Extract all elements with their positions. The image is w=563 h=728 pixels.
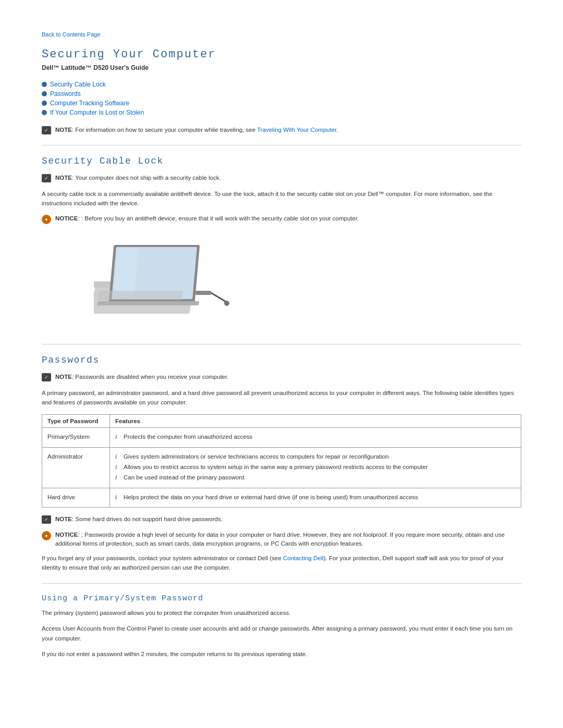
passwords-note2-text: NOTE: Some hard drives do not support ha… xyxy=(55,515,223,524)
laptop-image xyxy=(94,235,229,328)
feature-item: Helps protect the data on your hard driv… xyxy=(115,492,516,502)
back-to-contents-link[interactable]: Back to Contents Page xyxy=(42,31,521,38)
toc-item-security-cable[interactable]: Security Cable Lock xyxy=(42,81,521,88)
table-header-features: Features xyxy=(110,415,521,428)
page-title: Securing Your Computer xyxy=(42,48,521,61)
note-icon xyxy=(42,126,51,134)
password-type-harddrive: Hard drive xyxy=(42,488,110,507)
passwords-section: Passwords NOTE: Passwords are disabled w… xyxy=(42,355,521,573)
password-features-admin: Gives system administrators or service t… xyxy=(110,447,521,488)
password-features-harddrive: Helps protect the data on your hard driv… xyxy=(110,488,521,507)
passwords-note-label: NOTE xyxy=(55,374,72,380)
passwords-notice2-body: : Passwords provide a high level of secu… xyxy=(55,532,505,547)
passwords-note2-icon xyxy=(42,515,51,524)
security-cable-lock-heading: Security Cable Lock xyxy=(42,156,521,166)
password-type-admin: Administrator xyxy=(42,447,110,488)
table-header-type: Type of Password xyxy=(42,415,110,428)
security-notice-box: ● NOTICE: : Before you buy an antitheft … xyxy=(42,214,521,224)
svg-rect-9 xyxy=(98,291,183,300)
security-cable-body: A security cable lock is a commercially … xyxy=(42,189,521,208)
security-note-box: NOTE: Your computer does not ship with a… xyxy=(42,174,521,182)
passwords-note2-label: NOTE xyxy=(55,516,72,522)
toc-bullet xyxy=(42,101,47,106)
table-row: Hard drive Helps protect the data on you… xyxy=(42,488,521,507)
note-body: : For information on how to secure your … xyxy=(72,127,257,133)
security-cable-lock-section: Security Cable Lock NOTE: Your computer … xyxy=(42,156,521,328)
using-primary-body3: If you do not enter a password within 2 … xyxy=(42,649,521,659)
passwords-body2-pre: If you forget any of your passwords, con… xyxy=(42,555,283,561)
passwords-note-box: NOTE: Passwords are disabled when you re… xyxy=(42,373,521,381)
security-note-body: : Your computer does not ship with a sec… xyxy=(72,175,221,181)
security-notice-text: NOTICE: : Before you buy an antitheft de… xyxy=(55,214,359,223)
toc-bullet xyxy=(42,82,47,87)
notice-icon: ● xyxy=(42,215,51,224)
notice-label: NOTICE xyxy=(55,215,78,221)
passwords-notice2-icon: ● xyxy=(42,531,51,540)
passwords-note2-box: NOTE: Some hard drives do not support ha… xyxy=(42,515,521,524)
toc-list: Security Cable Lock Passwords Computer T… xyxy=(42,81,521,116)
feature-item: Gives system administrators or service t… xyxy=(115,452,516,461)
passwords-note-icon xyxy=(42,373,51,381)
password-table: Type of Password Features Primary/System… xyxy=(42,414,521,508)
toc-item-tracking[interactable]: Computer Tracking Software xyxy=(42,100,521,107)
svg-rect-4 xyxy=(113,248,138,298)
traveling-link[interactable]: Traveling With Your Computer xyxy=(257,127,336,133)
password-type-primary: Primary/System xyxy=(42,428,110,447)
toc-link-tracking[interactable]: Computer Tracking Software xyxy=(50,100,129,107)
security-note-text: NOTE: Your computer does not ship with a… xyxy=(55,174,221,182)
contacting-dell-link[interactable]: Contacting Dell xyxy=(283,555,324,561)
toc-bullet xyxy=(42,91,47,96)
passwords-heading: Passwords xyxy=(42,355,521,365)
table-header-row: Type of Password Features xyxy=(42,415,521,428)
using-primary-body2: Access User Accounts from the Control Pa… xyxy=(42,624,521,643)
toc-link-passwords[interactable]: Passwords xyxy=(50,90,81,97)
section-divider-1 xyxy=(42,145,521,145)
svg-point-8 xyxy=(224,301,229,306)
passwords-body1: A primary password, an administrator pas… xyxy=(42,388,521,408)
section-divider-2 xyxy=(42,344,521,344)
passwords-note-text: NOTE: Passwords are disabled when you re… xyxy=(55,373,228,381)
using-primary-heading: Using a Primary/System Password xyxy=(42,594,521,603)
toc-item-passwords[interactable]: Passwords xyxy=(42,90,521,97)
table-row: Administrator Gives system administrator… xyxy=(42,447,521,488)
svg-line-7 xyxy=(211,293,227,302)
password-features-primary: Protects the computer from unauthorized … xyxy=(110,428,521,447)
intro-note-text: NOTE: For information on how to secure y… xyxy=(55,126,338,134)
passwords-note-body: : Passwords are disabled when you receiv… xyxy=(72,374,228,380)
feature-item: Protects the computer from unauthorized … xyxy=(115,432,516,441)
section-divider-3 xyxy=(42,583,521,584)
intro-note-box: NOTE: For information on how to secure y… xyxy=(42,126,521,134)
toc-bullet xyxy=(42,110,47,115)
security-note-label: NOTE xyxy=(55,175,72,181)
feature-item: Can be used instead of the primary passw… xyxy=(115,473,516,482)
notice-body: : Before you buy an antitheft device, en… xyxy=(81,215,359,221)
note-label: NOTE xyxy=(55,127,72,133)
using-primary-body1: The primary (system) password allows you… xyxy=(42,608,521,618)
svg-rect-6 xyxy=(195,291,211,295)
feature-item: Allows you to restrict access to system … xyxy=(115,462,516,472)
security-note-icon xyxy=(42,174,51,182)
passwords-notice2-text: NOTICE: : Passwords provide a high level… xyxy=(55,530,521,549)
toc-link-security-cable[interactable]: Security Cable Lock xyxy=(50,81,106,88)
passwords-notice2-box: ● NOTICE: : Passwords provide a high lev… xyxy=(42,530,521,549)
table-row: Primary/System Protects the computer fro… xyxy=(42,428,521,447)
passwords-notice2-label: NOTICE xyxy=(55,532,78,538)
page-subtitle: Dell™ Latitude™ D520 User's Guide xyxy=(42,64,521,71)
laptop-svg xyxy=(94,235,229,328)
toc-item-lost-stolen[interactable]: If Your Computer Is Lost or Stolen xyxy=(42,109,521,116)
svg-rect-5 xyxy=(97,301,199,305)
passwords-note2-body: : Some hard drives do not support hard d… xyxy=(72,516,223,522)
passwords-body2: If you forget any of your passwords, con… xyxy=(42,553,521,573)
toc-link-lost-stolen[interactable]: If Your Computer Is Lost or Stolen xyxy=(50,109,144,116)
using-primary-section: Using a Primary/System Password The prim… xyxy=(42,594,521,659)
